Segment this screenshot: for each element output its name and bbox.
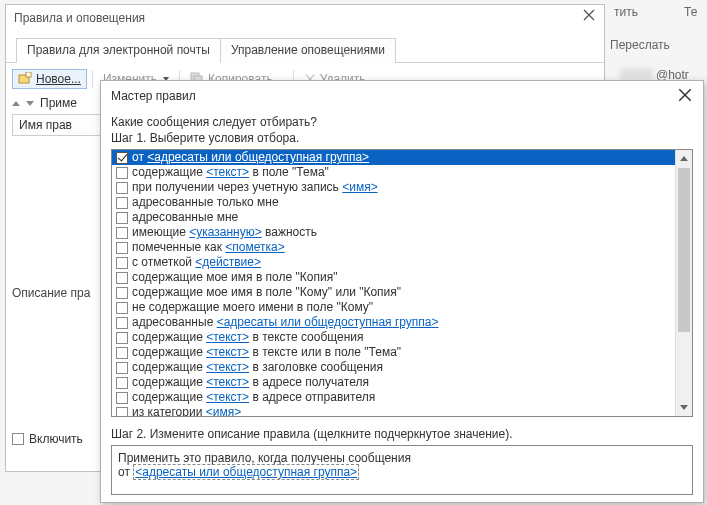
condition-text: адресованные <адресаты или общедоступная… [132, 315, 439, 330]
col-rule-name: Имя прав [19, 118, 72, 132]
condition-checkbox[interactable] [116, 242, 128, 254]
wizard-question: Какие сообщения следует отбирать? [111, 115, 693, 129]
conditions-listbox[interactable]: от <адресаты или общедоступная группа>со… [111, 149, 693, 417]
condition-item[interactable]: адресованные мне [112, 210, 692, 225]
new-rule-icon [18, 72, 32, 86]
condition-checkbox[interactable] [116, 287, 128, 299]
bg-forward-label[interactable]: Переслать [610, 38, 670, 52]
apply-order-label: Приме [40, 96, 77, 110]
rules-wizard-dialog: Мастер правил Какие сообщения следует от… [100, 80, 704, 503]
condition-item[interactable]: содержащие <текст> в поле "Тема" [112, 165, 692, 180]
condition-text: адресованные мне [132, 210, 238, 225]
condition-text: не содержащие моего имени в поле "Кому" [132, 300, 373, 315]
condition-text: содержащие мое имя в поле "Копия" [132, 270, 337, 285]
condition-text: имеющие <указанную> важность [132, 225, 317, 240]
scroll-thumb[interactable] [678, 168, 690, 332]
condition-checkbox[interactable] [116, 167, 128, 179]
condition-item[interactable]: с отметкой <действие> [112, 255, 692, 270]
condition-value-link[interactable]: <адресаты или общедоступная группа> [147, 150, 369, 164]
condition-checkbox[interactable] [116, 362, 128, 374]
condition-item[interactable]: содержащие <текст> в адресе получателя [112, 375, 692, 390]
include-checkbox[interactable] [12, 433, 24, 445]
sort-up-icon[interactable] [12, 101, 20, 106]
condition-checkbox[interactable] [116, 227, 128, 239]
dialog1-title: Правила и оповещения [14, 5, 145, 31]
condition-item[interactable]: содержащие <текст> в адресе отправителя [112, 390, 692, 405]
condition-item[interactable]: имеющие <указанную> важность [112, 225, 692, 240]
condition-checkbox[interactable] [116, 407, 128, 418]
desc-recipients-link[interactable]: <адресаты или общедоступная группа> [133, 464, 359, 480]
condition-checkbox[interactable] [116, 182, 128, 194]
condition-item[interactable]: содержащие мое имя в поле "Копия" [112, 270, 692, 285]
bg-blur [620, 68, 653, 80]
new-rule-button[interactable]: Новое... [12, 69, 87, 89]
toolbar-separator [92, 70, 93, 88]
condition-value-link[interactable]: <текст> [206, 165, 249, 179]
condition-text: содержащие мое имя в поле "Кому" или "Ко… [132, 285, 401, 300]
condition-value-link[interactable]: <действие> [195, 255, 261, 269]
condition-value-link[interactable]: <указанную> [189, 225, 262, 239]
condition-item[interactable]: не содержащие моего имени в поле "Кому" [112, 300, 692, 315]
scroll-down-button[interactable] [676, 399, 692, 416]
condition-text: содержащие <текст> в тексте или в поле "… [132, 345, 401, 360]
condition-value-link[interactable]: <текст> [206, 360, 249, 374]
condition-text: содержащие <текст> в тексте сообщения [132, 330, 364, 345]
condition-text: от <адресаты или общедоступная группа> [132, 150, 369, 165]
condition-checkbox[interactable] [116, 332, 128, 344]
close-icon [677, 87, 693, 103]
dialog1-close-button[interactable] [582, 5, 596, 31]
condition-value-link[interactable]: <имя> [342, 180, 377, 194]
scrollbar[interactable] [675, 150, 692, 416]
condition-item[interactable]: содержащие мое имя в поле "Кому" или "Ко… [112, 285, 692, 300]
condition-item[interactable]: содержащие <текст> в тексте или в поле "… [112, 345, 692, 360]
condition-value-link[interactable]: <адресаты или общедоступная группа> [217, 315, 439, 329]
condition-value-link[interactable]: <текст> [206, 330, 249, 344]
chevron-down-icon [680, 405, 688, 410]
condition-item[interactable]: содержащие <текст> в тексте сообщения [112, 330, 692, 345]
tab-alerts[interactable]: Управление оповещениями [220, 38, 396, 63]
condition-text: содержащие <текст> в поле "Тема" [132, 165, 329, 180]
condition-checkbox[interactable] [116, 392, 128, 404]
svg-rect-3 [26, 72, 31, 77]
condition-checkbox[interactable] [116, 257, 128, 269]
condition-checkbox[interactable] [116, 197, 128, 209]
condition-text: при получении через учетную запись <имя> [132, 180, 378, 195]
condition-item[interactable]: помеченные как <пометка> [112, 240, 692, 255]
condition-item[interactable]: адресованные <адресаты или общедоступная… [112, 315, 692, 330]
condition-checkbox[interactable] [116, 347, 128, 359]
tab-email-rules[interactable]: Правила для электронной почты [16, 38, 221, 63]
desc-line1: Применить это правило, когда получены со… [118, 451, 686, 465]
condition-item[interactable]: из категории <имя> [112, 405, 692, 417]
condition-checkbox[interactable] [116, 302, 128, 314]
condition-text: помеченные как <пометка> [132, 240, 285, 255]
condition-value-link[interactable]: <текст> [206, 375, 249, 389]
dialog2-close-button[interactable] [677, 87, 693, 106]
scroll-up-button[interactable] [676, 150, 692, 167]
condition-checkbox[interactable] [116, 152, 128, 164]
condition-value-link[interactable]: <имя> [206, 405, 241, 417]
condition-text: адресованные только мне [132, 195, 279, 210]
condition-text: содержащие <текст> в заголовке сообщения [132, 360, 383, 375]
condition-item[interactable]: содержащие <текст> в заголовке сообщения [112, 360, 692, 375]
sort-down-icon[interactable] [26, 101, 34, 106]
condition-text: содержащие <текст> в адресе получателя [132, 375, 369, 390]
desc-line2: от <адресаты или общедоступная группа> [118, 465, 686, 479]
condition-item[interactable]: от <адресаты или общедоступная группа> [112, 150, 692, 165]
step1-label: Шаг 1. Выберите условия отбора. [111, 131, 693, 145]
include-label: Включить [29, 432, 83, 446]
condition-item[interactable]: адресованные только мне [112, 195, 692, 210]
rule-description-box: Применить это правило, когда получены со… [111, 445, 693, 495]
chevron-up-icon [680, 156, 688, 161]
condition-checkbox[interactable] [116, 377, 128, 389]
condition-text: с отметкой <действие> [132, 255, 261, 270]
bg-t-fragment: Те [684, 5, 697, 19]
condition-text: из категории <имя> [132, 405, 241, 417]
condition-checkbox[interactable] [116, 317, 128, 329]
condition-item[interactable]: при получении через учетную запись <имя> [112, 180, 692, 195]
condition-checkbox[interactable] [116, 212, 128, 224]
condition-checkbox[interactable] [116, 272, 128, 284]
condition-value-link[interactable]: <пометка> [225, 240, 284, 254]
condition-value-link[interactable]: <текст> [206, 390, 249, 404]
condition-value-link[interactable]: <текст> [206, 345, 249, 359]
condition-text: содержащие <текст> в адресе отправителя [132, 390, 375, 405]
